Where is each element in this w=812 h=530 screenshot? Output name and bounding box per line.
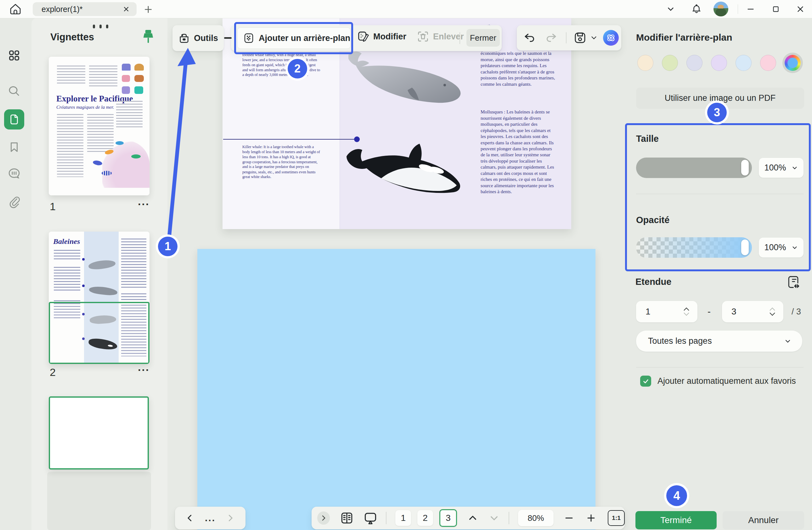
zoom-in-button[interactable] [586,513,596,523]
chevron-down-icon [590,34,598,42]
toolbar-divider [509,512,509,524]
page2-left-paragraph: toothed whale family, with a huge head, … [242,52,320,78]
range-from-input[interactable]: 1 [636,301,697,322]
avatar[interactable] [713,2,728,16]
ai-assistant-button[interactable] [603,30,619,46]
document-tab[interactable]: explorer(1)* [33,2,136,16]
swatch-#fbd3df[interactable] [760,55,776,71]
opacity-value-dropdown[interactable]: 100% [759,238,803,257]
range-to-stepper[interactable] [769,307,776,316]
save-options-chevron[interactable] [590,34,598,42]
swatch-#dcdeed[interactable] [686,55,702,71]
pager-more-button[interactable]: ... [205,513,216,524]
notifications-button[interactable] [689,2,704,16]
stepper-up-icon[interactable] [769,307,776,311]
thumb2-callout-dot [82,284,85,287]
swatch-#e5daf6[interactable] [711,55,727,71]
thumb1-text-block [89,66,117,88]
stepper-up-icon[interactable] [683,307,690,311]
edit-background-button[interactable]: Modifier [357,30,406,43]
maximize-button[interactable] [769,2,783,16]
search-button[interactable] [4,81,24,101]
toolbar-divider [386,512,387,524]
zoom-out-button[interactable] [564,513,574,523]
annotation-badge-3: 3 [707,103,727,122]
thumbnail-pager: ... [175,507,246,529]
home-button[interactable] [9,2,22,16]
apps-grid-button[interactable] [4,45,24,66]
swatch-#dde9bd[interactable] [662,55,678,71]
outils-button[interactable]: Outils [173,25,224,51]
remove-background-icon [417,30,429,43]
chevron-down-icon [784,337,792,345]
thumb1-coral [122,75,130,82]
size-value-dropdown[interactable]: 100% [759,158,803,178]
page-1-menu-button[interactable]: ... [138,195,149,208]
size-label: Taille [636,134,659,144]
thumb2-title: Baleines [53,237,80,246]
thumbnails-panel-title: Vignettes [50,31,94,43]
thumb1-fish [116,141,124,145]
bookmark-icon [8,141,20,153]
opacity-slider-handle[interactable] [741,239,749,255]
actual-size-button[interactable]: 1:1 [608,510,625,526]
previous-page-button[interactable] [468,513,478,523]
favorites-checkbox[interactable] [640,376,651,387]
close-tool-button[interactable]: Fermer [466,29,500,47]
thumb1-coral [134,75,144,82]
new-tab-button[interactable] [143,4,153,14]
pager-next-icon [226,513,235,523]
thumbnail-page-2[interactable]: Baleines [49,232,149,364]
page-layout-button[interactable] [340,511,354,525]
plus-icon [586,513,596,523]
thumb2-callout-dot [82,258,85,261]
pages-scope-select[interactable]: Toutes les pages [636,331,802,352]
tab-close-icon[interactable] [122,5,130,13]
page2-killer-whale-paragraph: Killer whale: It is a large toothed whal… [242,144,320,180]
opacity-slider[interactable] [636,237,752,258]
zoom-level-chip[interactable]: 80% [518,510,554,526]
pdf-page-3-blue-background[interactable] [197,249,595,530]
size-slider[interactable] [636,157,752,178]
size-slider-handle[interactable] [741,160,749,176]
pager-prev-icon[interactable] [185,513,194,523]
thumbnails-nav-button[interactable] [4,109,24,129]
panel-drag-handle[interactable] [93,25,112,28]
page-button-2[interactable]: 2 [417,510,433,526]
add-background-button[interactable]: Ajouter un arrière-plan [237,27,351,49]
swatch-#f8ebd5[interactable] [637,55,653,71]
presentation-mode-button[interactable] [363,511,378,525]
swatch-color-wheel[interactable] [785,55,801,71]
stepper-down-icon[interactable] [769,312,776,316]
range-to-input[interactable]: 3 [722,301,783,322]
titlebar-chevron-down-icon[interactable] [664,2,678,16]
panel-title: Modifier l'arrière-plan [636,32,733,43]
page-button-1[interactable]: 1 [395,510,411,526]
stepper-down-icon[interactable] [683,312,690,316]
background-toolbar: Ajouter un arrière-plan Modifier Enlever… [231,25,502,51]
page-2-number: 2 [50,366,56,378]
chevron-down-icon [791,244,798,251]
minimize-button[interactable] [743,2,758,16]
page-2-menu-button[interactable]: ... [138,361,149,373]
thumbnail-page-3[interactable] [49,396,149,470]
save-button[interactable] [574,31,587,44]
cancel-button[interactable]: Annuler [723,511,804,529]
thumbnail-page-1[interactable]: Explorer le Pacifique Créatures magiques… [49,57,149,195]
page-range-options-button[interactable] [787,275,801,289]
page-button-3[interactable]: 3 [439,509,457,527]
ai-sparkle-icon [606,32,616,43]
bookmarks-button[interactable] [4,137,24,157]
swatch-#d7e9f8[interactable] [736,55,752,71]
range-from-stepper[interactable] [683,307,690,316]
close-window-button[interactable] [793,2,808,16]
edit-background-icon [357,30,369,43]
undo-button[interactable] [523,31,536,44]
done-button[interactable]: Terminé [635,511,716,529]
expand-toolbar-button[interactable] [317,512,330,525]
comments-button[interactable] [4,164,24,184]
pin-panel-button[interactable] [141,29,156,45]
attachments-button[interactable] [4,192,24,212]
page2-right-paragraph-2: Mollusques : Les baleines à dents senour… [481,109,554,195]
annotation-badge-4: 4 [666,485,687,506]
